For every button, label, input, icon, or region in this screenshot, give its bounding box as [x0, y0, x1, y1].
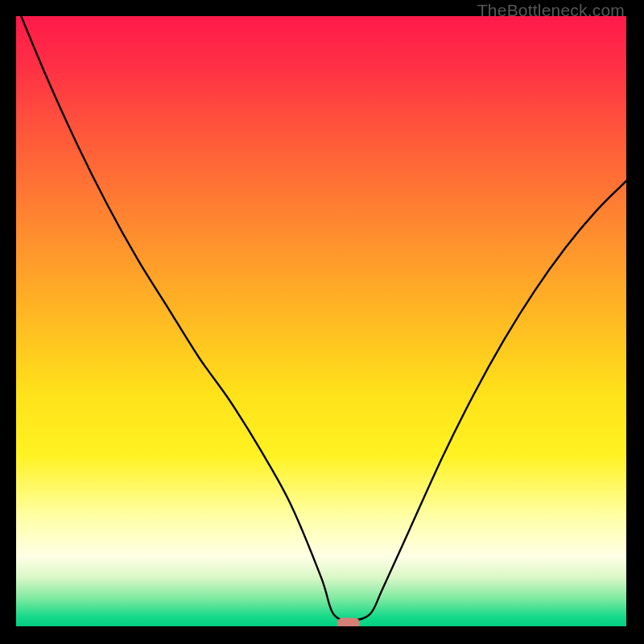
- optimal-marker: [337, 618, 360, 626]
- watermark-text: TheBottleneck.com: [477, 1, 625, 20]
- bottleneck-curve: [16, 16, 626, 626]
- plot-area: [16, 16, 626, 626]
- chart-frame: TheBottleneck.com: [0, 0, 644, 644]
